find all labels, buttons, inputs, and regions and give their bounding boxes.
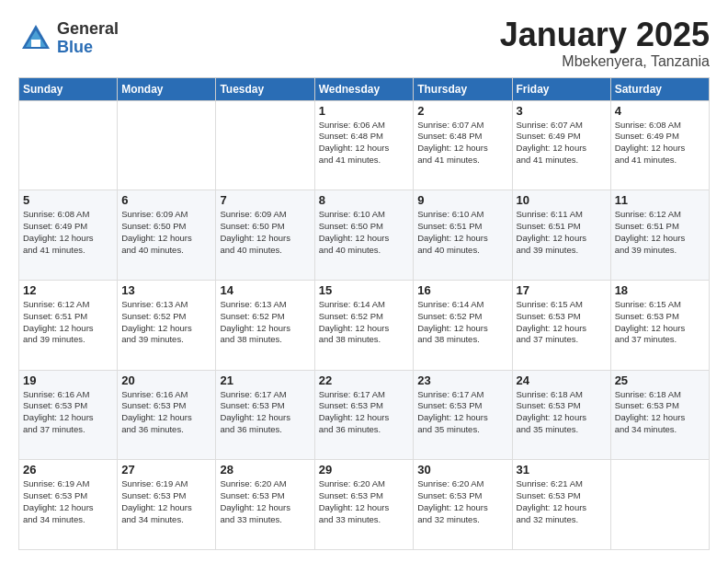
- day-info: Sunrise: 6:16 AMSunset: 6:53 PMDaylight:…: [121, 389, 211, 436]
- day-number: 26: [23, 463, 113, 477]
- top-section: General Blue January 2025 Mbekenyera, Ta…: [18, 17, 710, 70]
- weekday-header-tuesday: Tuesday: [216, 77, 314, 100]
- day-cell: [118, 100, 216, 190]
- header-right: January 2025 Mbekenyera, Tanzania: [500, 17, 710, 70]
- day-info: Sunrise: 6:19 AMSunset: 6:53 PMDaylight:…: [121, 478, 211, 525]
- day-info: Sunrise: 6:16 AMSunset: 6:53 PMDaylight:…: [23, 389, 113, 436]
- calendar-body: 1Sunrise: 6:06 AMSunset: 6:48 PMDaylight…: [19, 100, 710, 549]
- day-cell: 20Sunrise: 6:16 AMSunset: 6:53 PMDayligh…: [118, 370, 216, 460]
- day-cell: 13Sunrise: 6:13 AMSunset: 6:52 PMDayligh…: [118, 280, 216, 370]
- day-number: 27: [121, 463, 211, 477]
- day-number: 31: [517, 463, 607, 477]
- day-cell: 4Sunrise: 6:08 AMSunset: 6:49 PMDaylight…: [610, 100, 709, 190]
- day-info: Sunrise: 6:14 AMSunset: 6:52 PMDaylight:…: [319, 299, 410, 346]
- day-info: Sunrise: 6:20 AMSunset: 6:53 PMDaylight:…: [417, 478, 507, 525]
- weekday-header-wednesday: Wednesday: [314, 77, 414, 100]
- day-cell: 27Sunrise: 6:19 AMSunset: 6:53 PMDayligh…: [118, 460, 216, 550]
- day-cell: [610, 460, 709, 550]
- day-cell: 23Sunrise: 6:17 AMSunset: 6:53 PMDayligh…: [414, 370, 512, 460]
- day-cell: 26Sunrise: 6:19 AMSunset: 6:53 PMDayligh…: [19, 460, 118, 550]
- page: General Blue January 2025 Mbekenyera, Ta…: [0, 0, 728, 563]
- day-number: 16: [417, 283, 507, 297]
- day-cell: 21Sunrise: 6:17 AMSunset: 6:53 PMDayligh…: [216, 370, 314, 460]
- day-number: 28: [220, 463, 310, 477]
- weekday-header-thursday: Thursday: [414, 77, 512, 100]
- day-info: Sunrise: 6:20 AMSunset: 6:53 PMDaylight:…: [220, 478, 310, 525]
- day-cell: 16Sunrise: 6:14 AMSunset: 6:52 PMDayligh…: [414, 280, 512, 370]
- month-title: January 2025: [500, 17, 710, 53]
- logo-text: General Blue: [57, 20, 119, 57]
- logo-icon: [18, 21, 53, 56]
- weekday-row: SundayMondayTuesdayWednesdayThursdayFrid…: [19, 77, 710, 100]
- day-number: 21: [220, 373, 310, 387]
- day-number: 25: [615, 373, 705, 387]
- day-cell: 12Sunrise: 6:12 AMSunset: 6:51 PMDayligh…: [19, 280, 118, 370]
- day-cell: 28Sunrise: 6:20 AMSunset: 6:53 PMDayligh…: [216, 460, 314, 550]
- day-cell: 10Sunrise: 6:11 AMSunset: 6:51 PMDayligh…: [512, 190, 610, 281]
- day-number: 18: [615, 283, 705, 297]
- day-info: Sunrise: 6:10 AMSunset: 6:50 PMDaylight:…: [319, 209, 410, 256]
- weekday-header-sunday: Sunday: [19, 77, 118, 100]
- day-cell: [19, 100, 118, 190]
- svg-rect-2: [31, 40, 40, 47]
- day-number: 23: [417, 373, 507, 387]
- day-cell: 31Sunrise: 6:21 AMSunset: 6:53 PMDayligh…: [512, 460, 610, 550]
- day-number: 17: [517, 283, 607, 297]
- day-info: Sunrise: 6:09 AMSunset: 6:50 PMDaylight:…: [121, 209, 211, 256]
- week-row-4: 19Sunrise: 6:16 AMSunset: 6:53 PMDayligh…: [19, 370, 710, 460]
- day-number: 22: [319, 373, 410, 387]
- day-number: 3: [517, 104, 607, 118]
- day-cell: 15Sunrise: 6:14 AMSunset: 6:52 PMDayligh…: [314, 280, 414, 370]
- day-info: Sunrise: 6:17 AMSunset: 6:53 PMDaylight:…: [319, 389, 410, 436]
- day-number: 4: [615, 104, 705, 118]
- day-number: 7: [220, 193, 310, 207]
- day-info: Sunrise: 6:18 AMSunset: 6:53 PMDaylight:…: [517, 389, 607, 436]
- logo: General Blue: [18, 20, 119, 57]
- day-info: Sunrise: 6:15 AMSunset: 6:53 PMDaylight:…: [517, 299, 607, 346]
- day-number: 24: [517, 373, 607, 387]
- day-cell: 18Sunrise: 6:15 AMSunset: 6:53 PMDayligh…: [610, 280, 709, 370]
- day-info: Sunrise: 6:12 AMSunset: 6:51 PMDaylight:…: [23, 299, 113, 346]
- calendar-table: SundayMondayTuesdayWednesdayThursdayFrid…: [18, 77, 710, 550]
- day-info: Sunrise: 6:13 AMSunset: 6:52 PMDaylight:…: [121, 299, 211, 346]
- day-cell: 2Sunrise: 6:07 AMSunset: 6:48 PMDaylight…: [414, 100, 512, 190]
- location: Mbekenyera, Tanzania: [500, 53, 710, 70]
- day-number: 8: [319, 193, 410, 207]
- day-cell: 8Sunrise: 6:10 AMSunset: 6:50 PMDaylight…: [314, 190, 414, 281]
- day-number: 13: [121, 283, 211, 297]
- day-cell: 22Sunrise: 6:17 AMSunset: 6:53 PMDayligh…: [314, 370, 414, 460]
- day-number: 20: [121, 373, 211, 387]
- day-cell: 11Sunrise: 6:12 AMSunset: 6:51 PMDayligh…: [610, 190, 709, 281]
- calendar-header: SundayMondayTuesdayWednesdayThursdayFrid…: [19, 77, 710, 100]
- day-info: Sunrise: 6:14 AMSunset: 6:52 PMDaylight:…: [417, 299, 507, 346]
- day-info: Sunrise: 6:21 AMSunset: 6:53 PMDaylight:…: [517, 478, 607, 525]
- day-number: 6: [121, 193, 211, 207]
- day-cell: 6Sunrise: 6:09 AMSunset: 6:50 PMDaylight…: [118, 190, 216, 281]
- day-cell: 9Sunrise: 6:10 AMSunset: 6:51 PMDaylight…: [414, 190, 512, 281]
- day-cell: 24Sunrise: 6:18 AMSunset: 6:53 PMDayligh…: [512, 370, 610, 460]
- day-info: Sunrise: 6:10 AMSunset: 6:51 PMDaylight:…: [417, 209, 507, 256]
- day-number: 12: [23, 283, 113, 297]
- day-cell: 25Sunrise: 6:18 AMSunset: 6:53 PMDayligh…: [610, 370, 709, 460]
- day-info: Sunrise: 6:09 AMSunset: 6:50 PMDaylight:…: [220, 209, 310, 256]
- day-number: 15: [319, 283, 410, 297]
- day-number: 14: [220, 283, 310, 297]
- day-info: Sunrise: 6:18 AMSunset: 6:53 PMDaylight:…: [615, 389, 705, 436]
- day-number: 29: [319, 463, 410, 477]
- day-info: Sunrise: 6:06 AMSunset: 6:48 PMDaylight:…: [319, 120, 410, 167]
- day-cell: 17Sunrise: 6:15 AMSunset: 6:53 PMDayligh…: [512, 280, 610, 370]
- day-cell: 29Sunrise: 6:20 AMSunset: 6:53 PMDayligh…: [314, 460, 414, 550]
- day-number: 2: [417, 104, 507, 118]
- weekday-header-monday: Monday: [118, 77, 216, 100]
- day-info: Sunrise: 6:08 AMSunset: 6:49 PMDaylight:…: [615, 120, 705, 167]
- day-cell: 1Sunrise: 6:06 AMSunset: 6:48 PMDaylight…: [314, 100, 414, 190]
- day-number: 30: [417, 463, 507, 477]
- day-info: Sunrise: 6:19 AMSunset: 6:53 PMDaylight:…: [23, 478, 113, 525]
- day-number: 9: [417, 193, 507, 207]
- day-number: 5: [23, 193, 113, 207]
- day-cell: 3Sunrise: 6:07 AMSunset: 6:49 PMDaylight…: [512, 100, 610, 190]
- weekday-header-saturday: Saturday: [610, 77, 709, 100]
- day-info: Sunrise: 6:17 AMSunset: 6:53 PMDaylight:…: [220, 389, 310, 436]
- day-info: Sunrise: 6:13 AMSunset: 6:52 PMDaylight:…: [220, 299, 310, 346]
- weekday-header-friday: Friday: [512, 77, 610, 100]
